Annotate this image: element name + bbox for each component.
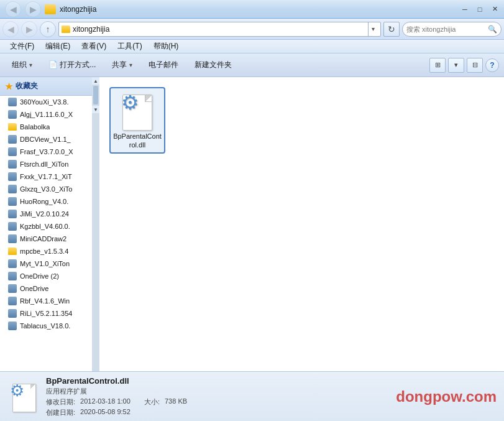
- view-dropdown-button[interactable]: ▾: [448, 58, 464, 73]
- sidebar-item-14[interactable]: OneDrive (2): [0, 270, 92, 282]
- title-bar-controls: ─ □ ✕: [458, 4, 502, 15]
- close-button[interactable]: ✕: [488, 4, 502, 15]
- sidebar-label-11: MiniCADDraw2: [20, 235, 66, 243]
- menu-file[interactable]: 文件(F): [5, 40, 39, 53]
- item-icon-10: [7, 222, 17, 231]
- file-item-dll[interactable]: ⚙ BpParentalControl.dll: [109, 87, 165, 154]
- modified-label: 修改日期:: [46, 397, 75, 407]
- sidebar-item-15[interactable]: OneDrive: [0, 282, 92, 295]
- sidebar-item-6[interactable]: Fxxk_V1.7.1_XiT: [0, 170, 92, 183]
- item-icon-11: [7, 234, 17, 243]
- menu-help[interactable]: 帮助(H): [149, 40, 184, 53]
- sidebar-item-4[interactable]: Frasf_V3.7.0.0_X: [0, 146, 92, 158]
- open-with-label: 📄 打开方式...: [48, 60, 96, 70]
- sidebar-item-2[interactable]: Balabolka: [0, 121, 92, 133]
- sidebar-item-12[interactable]: mpcbe_v1.5.3.4: [0, 245, 92, 257]
- address-folder-icon: [62, 25, 70, 33]
- search-box[interactable]: 🔍: [402, 22, 502, 37]
- menu-edit[interactable]: 编辑(E): [40, 40, 75, 53]
- view-icon-button[interactable]: ⊞: [429, 58, 446, 73]
- title-nav-back[interactable]: ◀: [5, 1, 21, 17]
- size-label: 大小:: [144, 397, 160, 407]
- open-with-button[interactable]: 📄 打开方式...: [42, 56, 103, 75]
- email-label: 电子邮件: [149, 60, 178, 70]
- modified-date: 2012-03-18 1:00: [80, 397, 131, 407]
- minimize-button[interactable]: ─: [458, 4, 472, 15]
- title-bar-left: ◀ ▶ xitongzhijia: [5, 1, 96, 17]
- sidebar-item-8[interactable]: HuoRong_V4.0.: [0, 195, 92, 208]
- share-button[interactable]: 共享 ▾: [105, 56, 139, 75]
- details-view-button[interactable]: ⊟: [467, 58, 483, 73]
- new-folder-label: 新建文件夹: [195, 60, 232, 70]
- favorites-star-icon: ★: [5, 81, 13, 91]
- organize-dropdown-arrow: ▾: [29, 62, 32, 68]
- scroll-up-arrow[interactable]: ▲: [92, 77, 99, 85]
- menu-tools[interactable]: 工具(T): [112, 40, 147, 53]
- item-icon-14: [7, 272, 17, 280]
- search-icon[interactable]: 🔍: [488, 25, 497, 34]
- item-icon-18: [7, 322, 17, 330]
- scroll-down-arrow[interactable]: ▼: [92, 106, 99, 113]
- item-icon-16: [7, 297, 17, 305]
- status-modified-row: 修改日期: 2012-03-18 1:00 大小: 738 KB: [46, 397, 388, 407]
- content-area: ⚙ BpParentalControl.dll: [99, 77, 504, 371]
- dll-file-icon: ⚙: [119, 91, 156, 131]
- item-icon-1: [7, 110, 17, 119]
- search-input[interactable]: [406, 25, 485, 33]
- address-dropdown[interactable]: ▾: [368, 22, 378, 37]
- sidebar-item-7[interactable]: Glxzq_V3.0_XiTo: [0, 183, 92, 195]
- sidebar-label-1: Algj_V1.11.6.0_X: [20, 111, 73, 118]
- sidebar-scrollbar[interactable]: ▲ ▼: [92, 77, 99, 371]
- maximize-button[interactable]: □: [473, 4, 487, 15]
- sidebar-item-0[interactable]: 360YouXi_V3.8.: [0, 96, 92, 108]
- menu-view[interactable]: 查看(V): [76, 40, 111, 53]
- sidebar-label-15: OneDrive: [20, 285, 48, 292]
- nav-bar: ◀ ▶ ↑ xitongzhijia ▾ ↻ 🔍: [0, 19, 504, 40]
- address-bar[interactable]: xitongzhijia ▾: [58, 22, 381, 37]
- sidebar-item-10[interactable]: Kgzbbl_V4.60.0.: [0, 220, 92, 233]
- sidebar-label-8: HuoRong_V4.0.: [20, 198, 68, 205]
- sidebar-item-11[interactable]: MiniCADDraw2: [0, 233, 92, 245]
- sidebar-item-18[interactable]: Tablacus_V18.0.: [0, 320, 92, 332]
- menu-bar: 文件(F) 编辑(E) 查看(V) 工具(T) 帮助(H): [0, 40, 504, 53]
- status-filename: BpParentalControl.dll: [46, 376, 388, 386]
- sidebar-item-5[interactable]: Ftsrch.dll_XiTon: [0, 158, 92, 170]
- address-text: xitongzhijia: [73, 25, 368, 34]
- item-icon-9: [7, 210, 17, 218]
- up-button[interactable]: ↑: [40, 21, 56, 37]
- sidebar-item-3[interactable]: DBCView_V1.1_: [0, 133, 92, 146]
- sidebar-label-5: Ftsrch.dll_XiTon: [20, 160, 68, 168]
- sidebar-label-10: Kgzbbl_V4.60.0.: [20, 223, 70, 230]
- created-date: 2020-05-08 9:52: [80, 408, 131, 417]
- sidebar-item-13[interactable]: Myt_V1.0_XiTon: [0, 257, 92, 270]
- new-folder-button[interactable]: 新建文件夹: [188, 56, 239, 75]
- sidebar-label-9: JiMi_V2.0.10.24: [20, 210, 69, 218]
- item-icon-15: [7, 284, 17, 293]
- title-nav-forward[interactable]: ▶: [25, 1, 41, 17]
- sidebar-label-0: 360YouXi_V3.8.: [20, 98, 69, 106]
- refresh-button[interactable]: ↻: [383, 22, 400, 37]
- title-text: xitongzhijia: [60, 5, 96, 14]
- sidebar-container: ★ 收藏夹 360YouXi_V3.8. Algj_V1.11.6.0_X Ba…: [0, 77, 99, 371]
- toolbar-right: ⊞ ▾ ⊟ ?: [429, 58, 499, 73]
- status-file-icon: ⚙: [7, 381, 39, 412]
- sidebar-item-1[interactable]: Algj_V1.11.6.0_X: [0, 108, 92, 121]
- help-button[interactable]: ?: [485, 58, 499, 72]
- sidebar-item-17[interactable]: RiLi_V5.2.11.354: [0, 307, 92, 320]
- sidebar-item-9[interactable]: JiMi_V2.0.10.24: [0, 208, 92, 220]
- status-gear-icon: ⚙: [10, 381, 24, 400]
- sidebar: ★ 收藏夹 360YouXi_V3.8. Algj_V1.11.6.0_X Ba…: [0, 77, 92, 371]
- sidebar-label-13: Myt_V1.0_XiTon: [20, 260, 70, 267]
- share-dropdown-arrow: ▾: [129, 62, 132, 68]
- sidebar-item-16[interactable]: Rbf_V4.1.6_Win: [0, 295, 92, 307]
- item-icon-17: [7, 309, 17, 318]
- status-info: BpParentalControl.dll 应用程序扩展 修改日期: 2012-…: [46, 376, 388, 417]
- scroll-thumb[interactable]: [93, 86, 98, 104]
- forward-button[interactable]: ▶: [21, 21, 37, 37]
- organize-button[interactable]: 组织 ▾: [5, 56, 39, 75]
- email-button[interactable]: 电子邮件: [142, 56, 185, 75]
- back-button[interactable]: ◀: [2, 21, 19, 37]
- file-name-label: BpParentalControl.dll: [113, 132, 162, 150]
- status-type: 应用程序扩展: [46, 387, 388, 396]
- sidebar-label-17: RiLi_V5.2.11.354: [20, 310, 72, 317]
